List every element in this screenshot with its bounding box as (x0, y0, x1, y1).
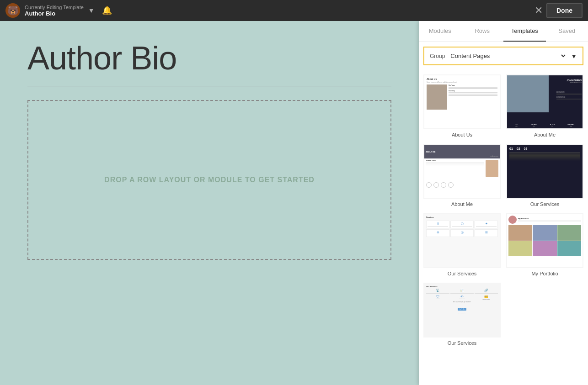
tab-saved[interactable]: Saved (546, 21, 588, 42)
template-card-about-me-light[interactable]: ABOUT ME explore more JENNER ZHAO (423, 144, 501, 208)
template-card-our-services-dark[interactable]: 01 02 03 (506, 144, 583, 208)
template-thumb-about-me-dark: JOHN BURNS WEB DEVELOPER EDUCATION EXPER… (506, 74, 583, 129)
header-text: Currently Editing Template Author Bio (25, 5, 84, 17)
group-label: Group (430, 53, 445, 59)
template-label-about-me-light: About Me (423, 200, 501, 208)
template-card-my-portfolio[interactable]: My Portfolio (506, 213, 583, 277)
header-right: ✕ Done (535, 3, 588, 18)
templates-grid: About Us Some things are different, and … (419, 70, 588, 385)
template-thumb-about-us: About Us Some things are different, and … (423, 74, 501, 129)
done-button[interactable]: Done (546, 3, 583, 18)
templates-panel: Modules Rows Templates Saved Group Conte… (419, 21, 588, 385)
template-label-my-portfolio: My Portfolio (506, 270, 583, 277)
header-left: 🐻 Currently Editing Template Author Bio … (0, 3, 535, 18)
template-label-our-services-light: Our Services (423, 270, 501, 277)
template-card-our-services-icons[interactable]: Our Services 📡 Communication 📊 Graphs (423, 283, 501, 347)
tab-rows[interactable]: Rows (461, 21, 504, 42)
tab-templates[interactable]: Templates (503, 21, 546, 42)
avatar-icon: 🐻 (7, 5, 19, 16)
tab-modules[interactable]: Modules (419, 21, 461, 42)
editor-canvas: Author Bio DROP A ROW LAYOUT OR MODULE T… (0, 21, 419, 385)
currently-editing-label: Currently Editing Template (25, 5, 84, 10)
template-thumb-my-portfolio: My Portfolio (506, 213, 583, 268)
page-title: Author Bio (27, 39, 391, 77)
template-card-about-me-dark[interactable]: JOHN BURNS WEB DEVELOPER EDUCATION EXPER… (506, 74, 583, 138)
template-thumb-about-me-light: ABOUT ME explore more JENNER ZHAO (423, 144, 501, 199)
drop-zone[interactable]: DROP A ROW LAYOUT OR MODULE TO GET START… (27, 100, 391, 260)
header-chevron-icon[interactable]: ▼ (88, 7, 95, 14)
template-card-about-us[interactable]: About Us Some things are different, and … (423, 74, 501, 138)
panel-tabs: Modules Rows Templates Saved (419, 21, 588, 42)
template-name-label: Author Bio (25, 10, 84, 17)
template-thumb-our-services-icons: Our Services 📡 Communication 📊 Graphs (423, 283, 501, 338)
app-header: 🐻 Currently Editing Template Author Bio … (0, 0, 588, 21)
notification-bell-icon[interactable]: 🔔 (102, 5, 112, 16)
template-label-our-services-icons: Our Services (423, 339, 501, 347)
title-divider (27, 86, 391, 86)
drop-hint-text: DROP A ROW LAYOUT OR MODULE TO GET START… (104, 176, 315, 184)
group-select[interactable]: Content Pages Landing Pages Blog Pages (449, 52, 567, 60)
avatar: 🐻 (5, 3, 20, 18)
template-label-about-me-dark: About Me (506, 131, 583, 138)
template-card-our-services-light[interactable]: Services ⬆ ⬡ ✦ (423, 213, 501, 277)
close-icon[interactable]: ✕ (535, 5, 543, 16)
template-label-about-us: About Us (423, 131, 501, 138)
template-thumb-our-services-light: Services ⬆ ⬡ ✦ (423, 213, 501, 268)
group-selector[interactable]: Group Content Pages Landing Pages Blog P… (423, 47, 583, 65)
template-thumb-our-services-dark: 01 02 03 (506, 144, 583, 199)
group-chevron-icon: ▼ (571, 53, 577, 60)
template-label-our-services-dark: Our Services (506, 200, 583, 208)
